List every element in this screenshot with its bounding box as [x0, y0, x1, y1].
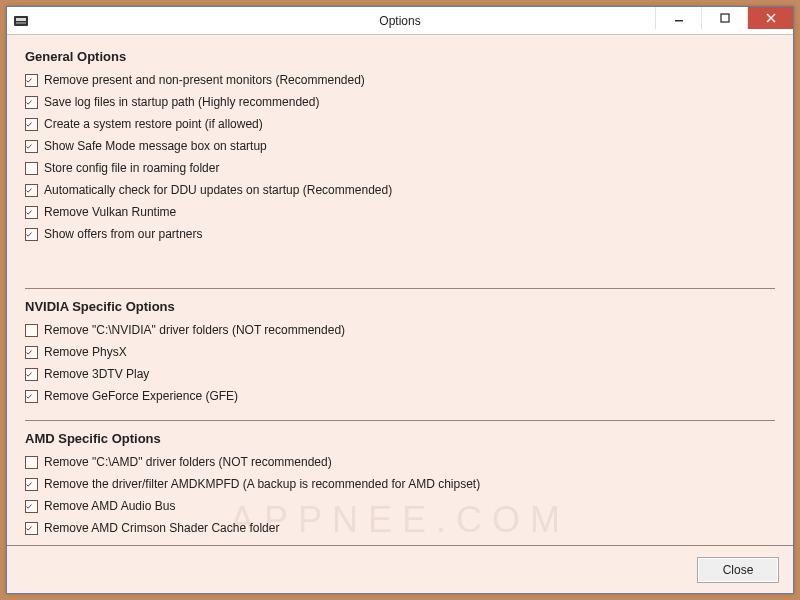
option-row: Show Safe Mode message box on startup: [25, 136, 775, 156]
option-row: Store config file in roaming folder: [25, 158, 775, 178]
checkbox[interactable]: [25, 390, 38, 403]
option-label[interactable]: Show offers from our partners: [44, 227, 203, 241]
svg-rect-4: [721, 14, 729, 22]
checkbox[interactable]: [25, 478, 38, 491]
app-icon: [13, 13, 29, 29]
window-controls: [655, 7, 793, 29]
option-label[interactable]: Remove GeForce Experience (GFE): [44, 389, 238, 403]
option-label[interactable]: Remove 3DTV Play: [44, 367, 149, 381]
amd-section-title: AMD Specific Options: [25, 431, 775, 446]
nvidia-section-title: NVIDIA Specific Options: [25, 299, 775, 314]
option-label[interactable]: Remove Vulkan Runtime: [44, 205, 176, 219]
checkbox[interactable]: [25, 140, 38, 153]
option-row: Remove Vulkan Runtime: [25, 202, 775, 222]
option-row: Remove AMD Crimson Shader Cache folder: [25, 518, 775, 538]
option-row: Remove GeForce Experience (GFE): [25, 386, 775, 406]
option-row: Create a system restore point (if allowe…: [25, 114, 775, 134]
general-options-list: Remove present and non-present monitors …: [25, 70, 775, 244]
option-label[interactable]: Remove AMD Crimson Shader Cache folder: [44, 521, 279, 535]
divider: [25, 420, 775, 421]
option-label[interactable]: Create a system restore point (if allowe…: [44, 117, 263, 131]
option-row: Remove present and non-present monitors …: [25, 70, 775, 90]
checkbox[interactable]: [25, 346, 38, 359]
option-label[interactable]: Remove the driver/filter AMDKMPFD (A bac…: [44, 477, 480, 491]
svg-rect-3: [675, 20, 683, 22]
option-row: Show offers from our partners: [25, 224, 775, 244]
close-button[interactable]: Close: [697, 557, 779, 583]
general-section-title: General Options: [25, 49, 775, 64]
option-row: Remove 3DTV Play: [25, 364, 775, 384]
option-label[interactable]: Remove AMD Audio Bus: [44, 499, 175, 513]
footer: Close: [7, 545, 793, 593]
option-label[interactable]: Remove "C:\AMD" driver folders (NOT reco…: [44, 455, 332, 469]
option-label[interactable]: Show Safe Mode message box on startup: [44, 139, 267, 153]
option-label[interactable]: Save log files in startup path (Highly r…: [44, 95, 319, 109]
option-label[interactable]: Remove "C:\NVIDIA" driver folders (NOT r…: [44, 323, 345, 337]
svg-rect-2: [16, 22, 26, 24]
checkbox[interactable]: [25, 162, 38, 175]
options-window: Options General Options Remove present a…: [6, 6, 794, 594]
checkbox[interactable]: [25, 456, 38, 469]
option-label[interactable]: Store config file in roaming folder: [44, 161, 219, 175]
checkbox[interactable]: [25, 206, 38, 219]
option-row: Remove AMD Audio Bus: [25, 496, 775, 516]
amd-options-list: Remove "C:\AMD" driver folders (NOT reco…: [25, 452, 775, 538]
option-label[interactable]: Remove PhysX: [44, 345, 127, 359]
close-window-button[interactable]: [747, 7, 793, 29]
option-row: Remove PhysX: [25, 342, 775, 362]
option-row: Save log files in startup path (Highly r…: [25, 92, 775, 112]
checkbox[interactable]: [25, 74, 38, 87]
option-row: Remove "C:\AMD" driver folders (NOT reco…: [25, 452, 775, 472]
option-label[interactable]: Remove present and non-present monitors …: [44, 73, 365, 87]
checkbox[interactable]: [25, 184, 38, 197]
checkbox[interactable]: [25, 96, 38, 109]
checkbox[interactable]: [25, 500, 38, 513]
divider: [25, 288, 775, 289]
option-row: Remove "C:\NVIDIA" driver folders (NOT r…: [25, 320, 775, 340]
checkbox[interactable]: [25, 522, 38, 535]
titlebar: Options: [7, 7, 793, 35]
option-row: Remove the driver/filter AMDKMPFD (A bac…: [25, 474, 775, 494]
checkbox[interactable]: [25, 118, 38, 131]
nvidia-options-list: Remove "C:\NVIDIA" driver folders (NOT r…: [25, 320, 775, 406]
svg-rect-1: [16, 18, 26, 21]
checkbox[interactable]: [25, 228, 38, 241]
content-area: General Options Remove present and non-p…: [7, 35, 793, 545]
minimize-button[interactable]: [655, 7, 701, 29]
checkbox[interactable]: [25, 368, 38, 381]
checkbox[interactable]: [25, 324, 38, 337]
option-label[interactable]: Automatically check for DDU updates on s…: [44, 183, 392, 197]
option-row: Automatically check for DDU updates on s…: [25, 180, 775, 200]
maximize-button[interactable]: [701, 7, 747, 29]
